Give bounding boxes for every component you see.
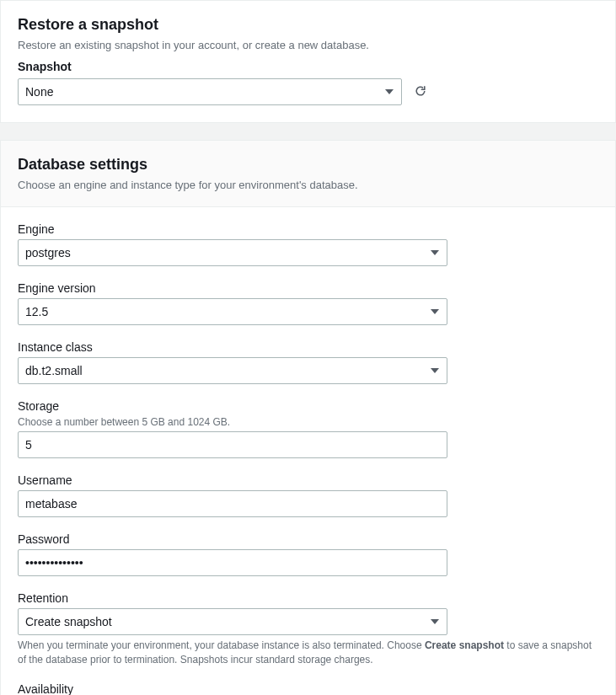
storage-label: Storage [18,399,598,413]
retention-field: Retention Create snapshot When you termi… [18,591,598,667]
instance-class-select-wrap: db.t2.small [18,357,447,384]
retention-hint-prefix: When you terminate your environment, you… [18,639,425,651]
instance-class-select[interactable]: db.t2.small [18,357,447,384]
availability-field: Availability Low (one AZ) [18,682,598,695]
snapshot-panel: Restore a snapshot Restore an existing s… [0,0,616,123]
instance-class-select-value: db.t2.small [25,364,83,377]
db-settings-panel: Database settings Choose an engine and i… [0,140,616,695]
retention-select-value: Create snapshot [25,615,112,628]
storage-input[interactable] [18,431,447,458]
snapshot-description: Restore an existing snapshot in your acc… [18,39,598,51]
instance-class-label: Instance class [18,340,598,354]
snapshot-header: Restore a snapshot Restore an existing s… [1,1,615,51]
storage-field: Storage Choose a number between 5 GB and… [18,399,598,458]
db-settings-description: Choose an engine and instance type for y… [18,179,598,191]
retention-label: Retention [18,591,598,605]
refresh-button[interactable] [412,83,429,100]
snapshot-select-wrap: None [18,78,402,105]
username-input[interactable] [18,490,447,517]
retention-select-wrap: Create snapshot [18,608,447,635]
snapshot-title: Restore a snapshot [18,16,598,34]
password-label: Password [18,532,598,546]
username-label: Username [18,473,598,487]
db-settings-body: Engine postgres Engine version 12.5 [1,222,615,695]
db-settings-header: Database settings Choose an engine and i… [1,141,615,207]
retention-hint-strong: Create snapshot [425,639,504,651]
snapshot-row: None [18,78,598,105]
engine-select-value: postgres [25,246,71,259]
retention-select[interactable]: Create snapshot [18,608,447,635]
password-field: Password [18,532,598,576]
snapshot-label: Snapshot [18,60,598,73]
engine-select-wrap: postgres [18,239,447,266]
engine-select[interactable]: postgres [18,239,447,266]
engine-version-label: Engine version [18,281,598,295]
availability-label: Availability [18,682,598,695]
username-field: Username [18,473,598,517]
retention-hint: When you terminate your environment, you… [18,639,598,667]
snapshot-select[interactable]: None [18,78,402,105]
storage-hint: Choose a number between 5 GB and 1024 GB… [18,416,598,428]
password-input[interactable] [18,549,447,576]
refresh-icon [415,85,426,99]
engine-field: Engine postgres [18,222,598,266]
engine-version-field: Engine version 12.5 [18,281,598,325]
engine-version-select-value: 12.5 [25,305,48,318]
engine-label: Engine [18,222,598,236]
snapshot-body: Snapshot None [1,60,615,122]
engine-version-select-wrap: 12.5 [18,298,447,325]
db-settings-title: Database settings [18,156,598,174]
engine-version-select[interactable]: 12.5 [18,298,447,325]
snapshot-select-value: None [25,85,53,99]
instance-class-field: Instance class db.t2.small [18,340,598,384]
